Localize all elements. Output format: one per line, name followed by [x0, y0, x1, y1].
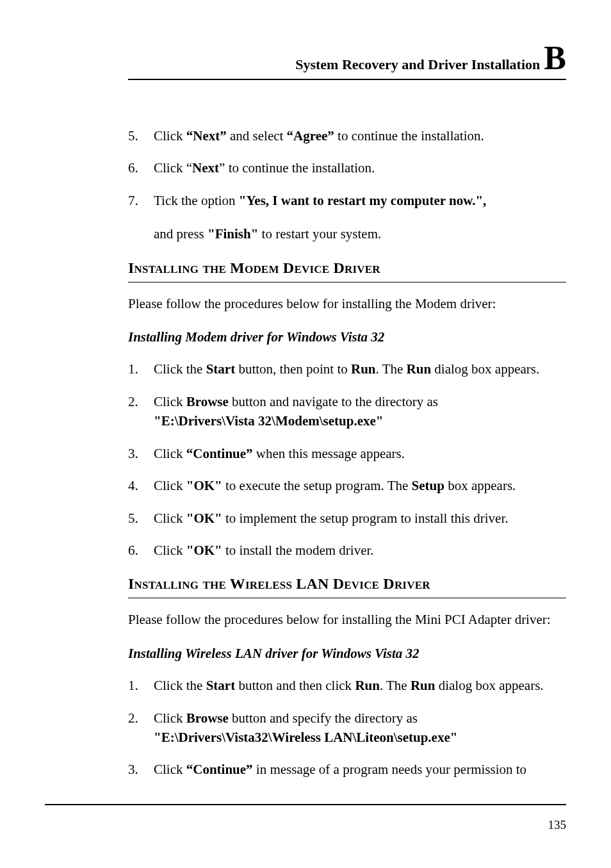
content: 5. Click “Next” and select “Agree” to co… [45, 88, 566, 780]
page-number: 135 [548, 818, 567, 832]
list-item: 2. Click Browse button and specify the d… [128, 708, 566, 748]
list-item: 1. Click the Start button and then click… [128, 676, 566, 695]
list-body: Click "OK" to implement the setup progra… [154, 509, 566, 528]
list-item: 7. Tick the option "Yes, I want to resta… [128, 191, 566, 244]
list-number: 2. [128, 392, 154, 431]
top-list: 5. Click “Next” and select “Agree” to co… [128, 126, 566, 244]
list-item: 6. Click “Next” to continue the installa… [128, 158, 566, 177]
list-item: 2. Click Browse button and navigate to t… [128, 392, 566, 431]
list-body: Click “Continue” in message of a program… [154, 760, 566, 779]
list-item: 3. Click “Continue” in message of a prog… [128, 760, 566, 779]
running-title: System Recovery and Driver Installation [295, 56, 540, 73]
list-body: Click "OK" to execute the setup program.… [154, 476, 566, 495]
list-number: 6. [128, 158, 154, 177]
list-body: Click "OK" to install the modem driver. [154, 541, 566, 560]
list-number: 5. [128, 509, 154, 528]
header: System Recovery and Driver Installation … [45, 42, 566, 80]
list-number: 4. [128, 476, 154, 495]
list-number: 5. [128, 126, 154, 145]
appendix-letter: B [544, 42, 566, 75]
list-number: 3. [128, 760, 154, 779]
list-number: 3. [128, 444, 154, 463]
list-body: Click Browse button and specify the dire… [154, 708, 566, 748]
list-body: Click “Next” to continue the installatio… [154, 158, 566, 177]
footer-rule [45, 804, 566, 805]
list-item: 6. Click "OK" to install the modem drive… [128, 541, 566, 560]
list-item: 1. Click the Start button, then point to… [128, 359, 566, 379]
heading-wlan: Installing the Wireless LAN Device Drive… [128, 573, 566, 595]
list-number: 7. [128, 191, 154, 244]
heading-modem: Installing the Modem Device Driver [128, 257, 566, 279]
modem-list: 1. Click the Start button, then point to… [128, 359, 566, 560]
wlan-list: 1. Click the Start button and then click… [128, 676, 566, 780]
list-body: Tick the option "Yes, I want to restart … [154, 191, 566, 244]
list-body: Click “Continue” when this message appea… [154, 444, 566, 463]
list-number: 2. [128, 708, 154, 748]
list-item: 4. Click "OK" to execute the setup progr… [128, 476, 566, 495]
page: System Recovery and Driver Installation … [0, 0, 611, 868]
list-body: Click the Start button and then click Ru… [154, 676, 566, 695]
heading-rule [128, 282, 566, 283]
header-rule [128, 79, 566, 80]
list-item: 3. Click “Continue” when this message ap… [128, 444, 566, 463]
list-body: Click Browse button and navigate to the … [154, 392, 566, 431]
list-number: 1. [128, 676, 154, 695]
modem-intro: Please follow the procedures below for i… [128, 294, 566, 313]
list-number: 1. [128, 359, 154, 379]
list-body: Click “Next” and select “Agree” to conti… [154, 126, 566, 145]
wlan-subhead: Installing Wireless LAN driver for Windo… [128, 644, 566, 663]
running-head: System Recovery and Driver Installation … [128, 42, 566, 75]
list-item: 5. Click "OK" to implement the setup pro… [128, 509, 566, 528]
wlan-intro: Please follow the procedures below for i… [128, 610, 566, 629]
modem-subhead: Installing Modem driver for Windows Vist… [128, 327, 566, 347]
list-item: 5. Click “Next” and select “Agree” to co… [128, 126, 566, 145]
list-number: 6. [128, 541, 154, 560]
list-body: Click the Start button, then point to Ru… [154, 359, 566, 379]
heading-rule [128, 598, 566, 598]
